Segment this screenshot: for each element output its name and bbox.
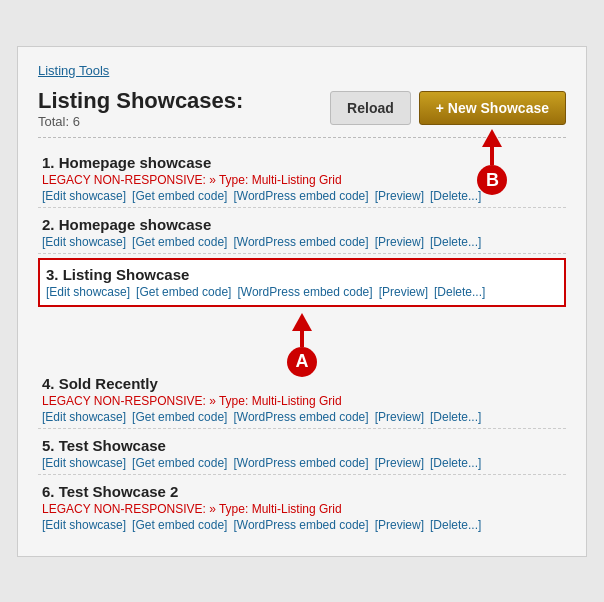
showcase-actions-2: [Edit showcase][Get embed code][WordPres… (42, 235, 562, 249)
action-link[interactable]: [WordPress embed code] (237, 285, 372, 299)
reload-button[interactable]: Reload (330, 91, 411, 125)
action-link[interactable]: [Delete...] (430, 235, 481, 249)
badge-b: B (477, 165, 507, 195)
action-link[interactable]: [Delete...] (430, 189, 481, 203)
action-link[interactable]: [WordPress embed code] (233, 235, 368, 249)
showcase-title-5: 5. Test Showcase (42, 437, 562, 454)
action-link[interactable]: [Delete...] (430, 410, 481, 424)
action-link[interactable]: [Get embed code] (132, 235, 227, 249)
action-link[interactable]: [Edit showcase] (46, 285, 130, 299)
showcase-actions-5: [Edit showcase][Get embed code][WordPres… (42, 456, 562, 470)
breadcrumb-link[interactable]: Listing Tools (38, 63, 109, 78)
arrow-a-container: A (38, 311, 566, 367)
showcase-legacy-6: LEGACY NON-RESPONSIVE: » Type: Multi-Lis… (42, 502, 562, 516)
title-block: Listing Showcases: Total: 6 (38, 88, 243, 129)
badge-a: A (287, 347, 317, 377)
action-link[interactable]: [Preview] (375, 189, 424, 203)
arrow-line-b (490, 147, 494, 165)
showcase-actions-6: [Edit showcase][Get embed code][WordPres… (42, 518, 562, 532)
showcase-item-3: 3. Listing Showcase[Edit showcase][Get e… (38, 258, 566, 307)
action-link[interactable]: [WordPress embed code] (233, 456, 368, 470)
showcase-title-3: 3. Listing Showcase (46, 266, 558, 283)
action-link[interactable]: [Delete...] (430, 518, 481, 532)
action-link[interactable]: [Edit showcase] (42, 456, 126, 470)
action-link[interactable]: [Get embed code] (132, 518, 227, 532)
action-link[interactable]: [Preview] (375, 456, 424, 470)
action-link[interactable]: [Edit showcase] (42, 410, 126, 424)
action-link[interactable]: [Edit showcase] (42, 518, 126, 532)
arrow-up-icon-a (292, 313, 312, 331)
action-link[interactable]: [Get embed code] (132, 456, 227, 470)
new-showcase-button[interactable]: + New Showcase (419, 91, 566, 125)
action-link[interactable]: [Get embed code] (132, 189, 227, 203)
action-link[interactable]: [Preview] (375, 410, 424, 424)
action-link[interactable]: [WordPress embed code] (233, 189, 368, 203)
arrow-up-icon-b (482, 129, 502, 147)
header-row: Listing Showcases: Total: 6 Reload + New… (38, 88, 566, 129)
action-link[interactable]: [WordPress embed code] (233, 410, 368, 424)
showcase-actions-3: [Edit showcase][Get embed code][WordPres… (46, 285, 558, 299)
b-arrow: B (477, 129, 507, 195)
main-container: Listing Tools Listing Showcases: Total: … (17, 46, 587, 557)
action-link[interactable]: [Edit showcase] (42, 235, 126, 249)
top-section: Listing Showcases: Total: 6 Reload + New… (38, 88, 566, 129)
showcase-item-5: 5. Test Showcase[Edit showcase][Get embe… (38, 429, 566, 475)
arrow-line-a (300, 331, 304, 347)
action-link[interactable]: [Preview] (375, 518, 424, 532)
action-link[interactable]: [WordPress embed code] (233, 518, 368, 532)
showcase-actions-4: [Edit showcase][Get embed code][WordPres… (42, 410, 562, 424)
total-count: Total: 6 (38, 114, 243, 129)
showcase-item-2: 2. Homepage showcase[Edit showcase][Get … (38, 208, 566, 254)
showcase-item-6: 6. Test Showcase 2LEGACY NON-RESPONSIVE:… (38, 475, 566, 536)
showcase-title-4: 4. Sold Recently (42, 375, 562, 392)
action-link[interactable]: [Preview] (379, 285, 428, 299)
showcase-title-2: 2. Homepage showcase (42, 216, 562, 233)
showcase-legacy-4: LEGACY NON-RESPONSIVE: » Type: Multi-Lis… (42, 394, 562, 408)
action-link[interactable]: [Get embed code] (132, 410, 227, 424)
action-link[interactable]: [Get embed code] (136, 285, 231, 299)
button-group: Reload + New Showcase B (330, 91, 566, 125)
action-link[interactable]: [Delete...] (430, 456, 481, 470)
showcase-title-6: 6. Test Showcase 2 (42, 483, 562, 500)
new-showcase-wrapper: + New Showcase B (419, 91, 566, 125)
action-link[interactable]: [Preview] (375, 235, 424, 249)
showcase-list: 1. Homepage showcaseLEGACY NON-RESPONSIV… (38, 146, 566, 536)
action-link[interactable]: [Delete...] (434, 285, 485, 299)
page-title: Listing Showcases: (38, 88, 243, 114)
action-link[interactable]: [Edit showcase] (42, 189, 126, 203)
breadcrumb: Listing Tools (38, 63, 566, 78)
